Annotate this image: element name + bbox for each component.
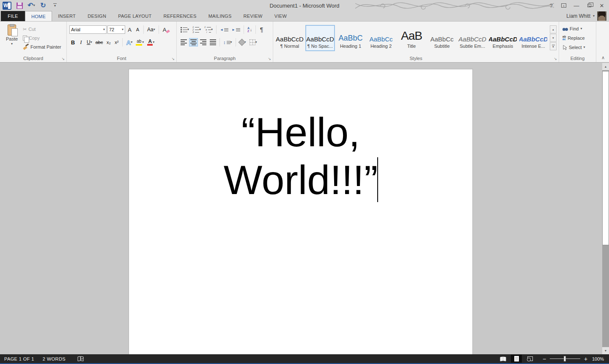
tab-review[interactable]: REVIEW bbox=[238, 11, 269, 21]
tab-view[interactable]: VIEW bbox=[269, 11, 293, 21]
increase-indent-button[interactable]: ► bbox=[230, 25, 241, 34]
highlight-color-button[interactable]: ab ▾ bbox=[134, 38, 145, 47]
change-case-button[interactable]: Aa ▾ bbox=[146, 25, 156, 34]
web-layout-button[interactable] bbox=[524, 355, 535, 363]
zoom-in-button[interactable]: + bbox=[584, 356, 588, 362]
account-avatar[interactable] bbox=[597, 11, 606, 21]
help-button[interactable]: ? bbox=[545, 0, 557, 11]
minimize-button[interactable]: — bbox=[570, 0, 583, 11]
vertical-scrollbar[interactable]: ▲ ▼ bbox=[602, 63, 609, 354]
format-painter-button[interactable]: Format Painter bbox=[23, 43, 61, 51]
tab-page-layout[interactable]: PAGE LAYOUT bbox=[112, 11, 157, 21]
style-no-spacing[interactable]: AaBbCcD ¶ No Spac... bbox=[305, 25, 335, 51]
document-area: “Hello, World!!!” ▲ ▼ bbox=[0, 63, 609, 354]
tab-design[interactable]: DESIGN bbox=[82, 11, 112, 21]
scrollbar-up-button[interactable]: ▲ bbox=[602, 63, 609, 70]
zoom-slider-handle[interactable] bbox=[564, 356, 566, 361]
underline-dropdown-arrow[interactable]: ▾ bbox=[91, 41, 92, 44]
numbering-icon: 123 bbox=[192, 26, 199, 33]
proofing-status-button[interactable] bbox=[73, 354, 88, 363]
style-normal[interactable]: AaBbCcD ¶ Normal bbox=[275, 25, 304, 51]
font-name-combo[interactable]: Arial ▾ bbox=[69, 25, 107, 34]
text-effects-button[interactable]: A ▾ bbox=[125, 38, 134, 47]
ribbon-home: Paste ▾ ✂ Cut Copy Format Painter Clipbo… bbox=[0, 21, 609, 63]
style-intense-emphasis[interactable]: AaBbCcD Intense E... bbox=[518, 25, 548, 51]
line-spacing-button[interactable]: ↕ ▾ bbox=[222, 38, 233, 47]
font-size-dropdown-arrow[interactable]: ▾ bbox=[122, 28, 123, 31]
underline-button[interactable]: U ▾ bbox=[85, 38, 93, 47]
styles-scroll-down-button[interactable]: ▼ bbox=[550, 34, 557, 42]
italic-button[interactable]: I bbox=[77, 38, 85, 47]
show-hide-pilcrow-button[interactable]: ¶ bbox=[258, 25, 265, 34]
find-button[interactable]: Find ▾ bbox=[562, 25, 596, 33]
scrollbar-down-button[interactable]: ▼ bbox=[602, 347, 609, 354]
decrease-indent-button[interactable]: ◄ bbox=[219, 25, 230, 34]
print-layout-button[interactable] bbox=[511, 355, 522, 363]
font-dialog-launcher[interactable]: ↘ bbox=[171, 57, 175, 61]
bold-button[interactable]: B bbox=[69, 38, 77, 47]
cut-button[interactable]: ✂ Cut bbox=[23, 25, 61, 33]
close-icon: ✕ bbox=[600, 3, 604, 9]
style-heading-1[interactable]: AaBbC Heading 1 bbox=[336, 25, 365, 51]
close-button[interactable]: ✕ bbox=[595, 0, 608, 11]
paste-dropdown-arrow[interactable]: ▾ bbox=[11, 42, 13, 46]
tab-references[interactable]: REFERENCES bbox=[157, 11, 202, 21]
zoom-slider[interactable] bbox=[550, 359, 580, 359]
collapse-ribbon-button[interactable]: ∧ bbox=[601, 55, 605, 60]
style-title[interactable]: AaB Title bbox=[397, 25, 426, 51]
numbering-button[interactable]: 123 ▾ bbox=[191, 25, 202, 34]
paragraph-dialog-launcher[interactable]: ↘ bbox=[268, 57, 271, 61]
restore-icon bbox=[587, 4, 591, 7]
font-color-button[interactable]: A ▾ bbox=[146, 38, 156, 47]
select-button[interactable]: Select ▾ bbox=[562, 43, 596, 52]
style-emphasis[interactable]: AaBbCcD Emphasis bbox=[488, 25, 518, 51]
page-indicator[interactable]: PAGE 1 OF 1 bbox=[0, 354, 38, 363]
style-subtle-emphasis[interactable]: AaBbCcD Subtle Em... bbox=[458, 25, 487, 51]
select-dropdown-arrow[interactable]: ▾ bbox=[584, 46, 585, 49]
borders-grid-icon bbox=[250, 39, 255, 45]
styles-dialog-launcher[interactable]: ↘ bbox=[554, 57, 557, 61]
account-name[interactable]: Liam Whitt bbox=[566, 13, 590, 19]
tab-home[interactable]: HOME bbox=[25, 11, 52, 21]
multilevel-list-button[interactable]: 1ai ▾ bbox=[203, 25, 214, 34]
tab-file[interactable]: FILE bbox=[1, 11, 25, 21]
bullets-button[interactable]: ▾ bbox=[179, 25, 190, 34]
account-dropdown-arrow[interactable]: ▾ bbox=[593, 14, 595, 18]
restore-button[interactable] bbox=[583, 0, 595, 11]
tab-insert[interactable]: INSERT bbox=[52, 11, 82, 21]
group-editing: Find ▾ abac Replace Select ▾ Editing bbox=[559, 22, 596, 62]
justify-button[interactable] bbox=[208, 38, 217, 47]
align-center-button[interactable] bbox=[189, 38, 198, 47]
zoom-out-button[interactable]: − bbox=[542, 356, 546, 362]
tab-mailings[interactable]: MAILINGS bbox=[203, 11, 238, 21]
replace-button[interactable]: abac Replace bbox=[562, 34, 596, 42]
font-name-dropdown-arrow[interactable]: ▾ bbox=[103, 28, 105, 31]
sort-button[interactable]: AZ ↓ bbox=[246, 25, 253, 34]
subscript-button[interactable]: x₂ bbox=[105, 38, 112, 47]
grow-font-button[interactable]: A bbox=[126, 25, 133, 34]
replace-icon: abac bbox=[562, 36, 566, 41]
styles-more-button[interactable]: ▼ bbox=[550, 42, 557, 50]
align-right-button[interactable] bbox=[199, 38, 208, 47]
style-heading-2[interactable]: AaBbCc Heading 2 bbox=[366, 25, 396, 51]
copy-button[interactable]: Copy bbox=[23, 34, 61, 42]
document-page[interactable]: “Hello, World!!!” bbox=[129, 69, 473, 354]
font-size-combo[interactable]: 72 ▾ bbox=[107, 25, 125, 34]
clear-formatting-button[interactable]: A bbox=[161, 25, 168, 34]
strikethrough-button[interactable]: abc bbox=[94, 38, 104, 47]
clipboard-dialog-launcher[interactable]: ↘ bbox=[61, 57, 65, 61]
shading-button[interactable]: ▾ bbox=[238, 38, 247, 47]
read-mode-button[interactable] bbox=[497, 355, 508, 363]
ribbon-display-options-button[interactable]: ∧ bbox=[557, 0, 570, 11]
zoom-level[interactable]: 100% bbox=[592, 356, 609, 361]
scrollbar-thumb[interactable] bbox=[602, 71, 609, 245]
style-subtitle[interactable]: AaBbCc Subtitle bbox=[427, 25, 457, 51]
find-dropdown-arrow[interactable]: ▾ bbox=[580, 27, 582, 30]
superscript-button[interactable]: x² bbox=[113, 38, 120, 47]
align-left-button[interactable] bbox=[179, 38, 188, 47]
sort-icon: AZ ↓ bbox=[247, 27, 252, 33]
borders-button[interactable]: ▾ bbox=[248, 38, 258, 47]
word-count[interactable]: 2 WORDS bbox=[38, 354, 70, 363]
styles-scroll-up-button[interactable]: ▲ bbox=[550, 25, 557, 33]
shrink-font-button[interactable]: A bbox=[134, 25, 141, 34]
